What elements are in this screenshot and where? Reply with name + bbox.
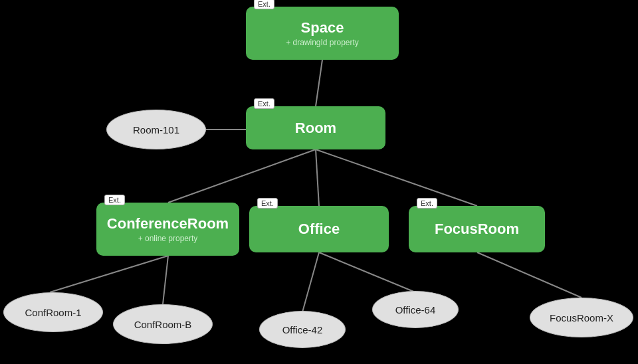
room-label: Room — [295, 120, 336, 137]
conference-room-label: ConferenceRoom — [107, 215, 229, 232]
office64-label: Office-64 — [395, 304, 436, 316]
office42-ellipse: Office-42 — [259, 311, 346, 348]
space-ext-badge: Ext. — [254, 0, 274, 9]
focusroomX-ellipse: FocusRoom-X — [530, 298, 633, 337]
focus-room-label: FocusRoom — [435, 221, 519, 238]
svg-line-0 — [316, 60, 322, 106]
focusroomX-label: FocusRoom-X — [550, 312, 613, 323]
confroom1-ellipse: ConfRoom-1 — [3, 292, 103, 332]
room101-ellipse: Room-101 — [106, 110, 206, 149]
office64-ellipse: Office-64 — [372, 291, 459, 328]
confroomB-ellipse: ConfRoom-B — [113, 304, 213, 344]
focus-room-node: Ext. FocusRoom — [409, 206, 545, 252]
svg-line-6 — [163, 256, 168, 304]
svg-line-7 — [302, 252, 319, 312]
confroom1-label: ConfRoom-1 — [25, 307, 81, 318]
conference-room-sublabel: + online property — [138, 234, 198, 243]
office-label: Office — [298, 221, 340, 238]
svg-line-5 — [50, 256, 168, 292]
space-sublabel: + drawingId property — [286, 38, 359, 47]
space-node: Ext. Space + drawingId property — [246, 7, 399, 60]
svg-line-1 — [168, 149, 316, 203]
room-node: Ext. Room — [246, 106, 385, 149]
room-ext-badge: Ext. — [254, 98, 274, 109]
room101-label: Room-101 — [133, 124, 179, 136]
svg-line-2 — [316, 149, 319, 206]
confroomB-label: ConfRoom-B — [134, 319, 192, 330]
focus-room-ext-badge: Ext. — [417, 198, 437, 209]
office42-label: Office-42 — [282, 324, 323, 335]
svg-line-8 — [319, 252, 415, 292]
svg-line-9 — [477, 252, 582, 298]
conference-room-node: Ext. ConferenceRoom + online property — [96, 203, 239, 256]
space-label: Space — [301, 19, 344, 37]
svg-line-3 — [316, 149, 477, 206]
conference-room-ext-badge: Ext. — [104, 195, 125, 205]
office-ext-badge: Ext. — [257, 198, 278, 209]
office-node: Ext. Office — [249, 206, 389, 252]
